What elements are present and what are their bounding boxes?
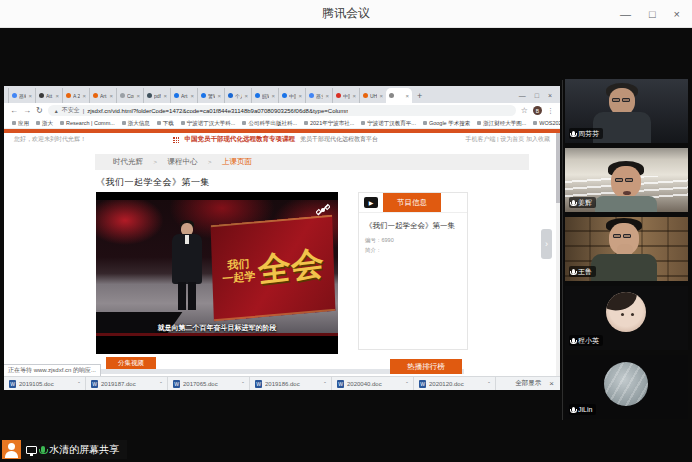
- participant-name-chip: 程小英: [569, 335, 603, 346]
- tab-favicon: [12, 93, 17, 98]
- doc-file-icon: W: [9, 380, 16, 388]
- participant-tile[interactable]: 程小英: [565, 286, 688, 350]
- tab-close-icon[interactable]: ×: [244, 93, 248, 99]
- browser-tab[interactable]: UH ×: [359, 88, 386, 103]
- browser-tab-active[interactable]: ×: [386, 88, 412, 103]
- download-menu-icon[interactable]: ˆ: [78, 381, 80, 387]
- tab-close-icon[interactable]: ×: [190, 93, 194, 99]
- bookmark-item[interactable]: 宁波诺丁汉教育平...: [361, 120, 416, 127]
- tab-close-icon[interactable]: ×: [163, 93, 167, 99]
- new-tab-button[interactable]: +: [417, 92, 422, 101]
- browser-menu-icon[interactable]: ⋮: [547, 107, 554, 115]
- participant-tile[interactable]: 姜辉: [565, 148, 688, 212]
- browser-tab[interactable]: pdf ×: [143, 88, 170, 103]
- carousel-next-button[interactable]: ›: [541, 229, 552, 259]
- tab-close-icon[interactable]: ×: [55, 93, 59, 99]
- participant-tile[interactable]: 周芬芬: [565, 79, 688, 143]
- reload-icon[interactable]: ↻: [36, 107, 43, 115]
- bookmark-item[interactable]: 浙大: [36, 120, 53, 127]
- video-player[interactable]: 我们一起学 全会 就是向第二个百年奋斗目标进军的阶段: [96, 192, 338, 354]
- doc-file-icon: W: [173, 380, 180, 388]
- bookmark-item[interactable]: 公司科学出版社科...: [242, 120, 297, 127]
- hot-ranking-button[interactable]: 热播排行榜: [390, 359, 462, 374]
- forward-icon[interactable]: →: [23, 107, 31, 115]
- tab-close-icon[interactable]: ×: [28, 93, 32, 99]
- tab-close-icon[interactable]: ×: [379, 93, 383, 99]
- tab-close-icon[interactable]: ×: [109, 93, 113, 99]
- download-item[interactable]: W 2017065.doc ˆ: [168, 377, 250, 390]
- tab-close-icon[interactable]: ×: [298, 93, 302, 99]
- download-menu-icon[interactable]: ˆ: [160, 381, 162, 387]
- browser-tab[interactable]: Cor ×: [116, 88, 143, 103]
- download-item[interactable]: W 2020040.doc ˆ: [332, 377, 414, 390]
- browser-tab[interactable]: 警W ×: [197, 88, 224, 103]
- download-item[interactable]: W 2019105.doc ˆ: [4, 377, 86, 390]
- minimize-button[interactable]: —: [620, 8, 631, 20]
- browser-tab[interactable]: Art ×: [170, 88, 197, 103]
- topbar-links[interactable]: 手机客户端 | 设为首页 加入收藏: [465, 135, 550, 144]
- tab-close-icon[interactable]: ×: [217, 93, 221, 99]
- breadcrumb-separator: ＞: [152, 158, 159, 167]
- browser-minimize-button[interactable]: —: [519, 92, 526, 99]
- maximize-button[interactable]: □: [649, 8, 656, 20]
- browser-tab[interactable]: 器站 ×: [8, 88, 35, 103]
- downloads-close-icon[interactable]: ×: [549, 379, 554, 388]
- tab-close-icon[interactable]: ×: [136, 93, 140, 99]
- tab-label: 皖W: [262, 93, 269, 99]
- bookmark-item[interactable]: Google 学术搜索: [423, 120, 470, 127]
- participant-name-chip: 姜辉: [569, 197, 596, 208]
- browser-tab[interactable]: Art ×: [89, 88, 116, 103]
- browser-close-button[interactable]: ×: [548, 92, 552, 99]
- download-filename: 2020120.doc: [429, 381, 485, 387]
- breadcrumb-home[interactable]: 时代光辉: [113, 157, 143, 167]
- download-menu-icon[interactable]: ˆ: [406, 381, 408, 387]
- download-item[interactable]: W 2019186.doc ˆ: [250, 377, 332, 390]
- participant-tile[interactable]: 王鲁: [565, 217, 688, 281]
- bookmark-item[interactable]: WOS2021 | CNS: [533, 120, 560, 126]
- tab-close-icon[interactable]: ×: [325, 93, 329, 99]
- browser-tab[interactable]: 中国 ×: [332, 88, 359, 103]
- browser-tab[interactable]: A 2 ×: [62, 88, 89, 103]
- back-icon[interactable]: ←: [10, 107, 18, 115]
- tab-program-info[interactable]: 节目信息: [383, 193, 441, 212]
- screen-share-icon: [26, 446, 37, 454]
- tab-close-icon[interactable]: ×: [82, 93, 86, 99]
- browser-tab[interactable]: 皖W ×: [251, 88, 278, 103]
- scrollbar-thumb[interactable]: [556, 133, 560, 203]
- close-button[interactable]: ×: [674, 8, 680, 20]
- bookmark-item[interactable]: Research | Comm...: [60, 120, 115, 126]
- browser-tab[interactable]: Att ×: [35, 88, 62, 103]
- tab-close-icon[interactable]: ×: [352, 93, 356, 99]
- meeting-window: 腾讯会议 — □ × 器站 × Att ×: [0, 0, 692, 462]
- download-menu-icon[interactable]: ˆ: [324, 381, 326, 387]
- show-title-banner: 我们一起学 全会: [211, 215, 336, 322]
- profile-avatar[interactable]: B: [533, 106, 542, 115]
- tab-close-icon[interactable]: ×: [271, 93, 275, 99]
- download-menu-icon[interactable]: ˆ: [242, 381, 244, 387]
- participant-tile[interactable]: JiLin: [565, 355, 688, 419]
- address-bar[interactable]: ▲ 不安全 | zjsdxf.cn/vid.html?folderCode=14…: [48, 105, 516, 116]
- bookmark-item[interactable]: 宁波诺丁汉大学科...: [181, 120, 236, 127]
- page-scrollbar[interactable]: [556, 133, 560, 376]
- bookmark-favicon: [60, 121, 64, 125]
- download-item[interactable]: W 2020120.doc ˆ: [414, 377, 496, 390]
- browser-tab[interactable]: 中国 ×: [278, 88, 305, 103]
- bookmark-item[interactable]: 下载: [157, 120, 174, 127]
- browser-tab[interactable]: 器业 ×: [305, 88, 332, 103]
- browser-maximize-button[interactable]: □: [535, 92, 539, 99]
- mic-icon: [572, 200, 575, 205]
- bookmark-item[interactable]: 应用: [12, 120, 29, 127]
- download-item[interactable]: W 2019187.doc ˆ: [86, 377, 168, 390]
- tab-close-icon[interactable]: ×: [405, 93, 409, 99]
- show-all-downloads-button[interactable]: 全部显示: [515, 379, 541, 388]
- download-menu-icon[interactable]: ˆ: [488, 381, 490, 387]
- bookmark-item[interactable]: 浙江财经大学图...: [477, 120, 526, 127]
- episodes-button[interactable]: 分集视频: [106, 357, 156, 369]
- bookmark-item[interactable]: 浙大信息: [122, 120, 150, 127]
- bookmark-star-icon[interactable]: ☆: [521, 106, 528, 115]
- bookmark-item[interactable]: 2021年宁波市社...: [304, 120, 354, 127]
- browser-tab[interactable]: 个人 ×: [224, 88, 251, 103]
- breadcrumb-courses[interactable]: 课程中心: [168, 157, 198, 167]
- presenter-figure: [172, 222, 202, 310]
- play-icon[interactable]: ▶: [364, 197, 378, 208]
